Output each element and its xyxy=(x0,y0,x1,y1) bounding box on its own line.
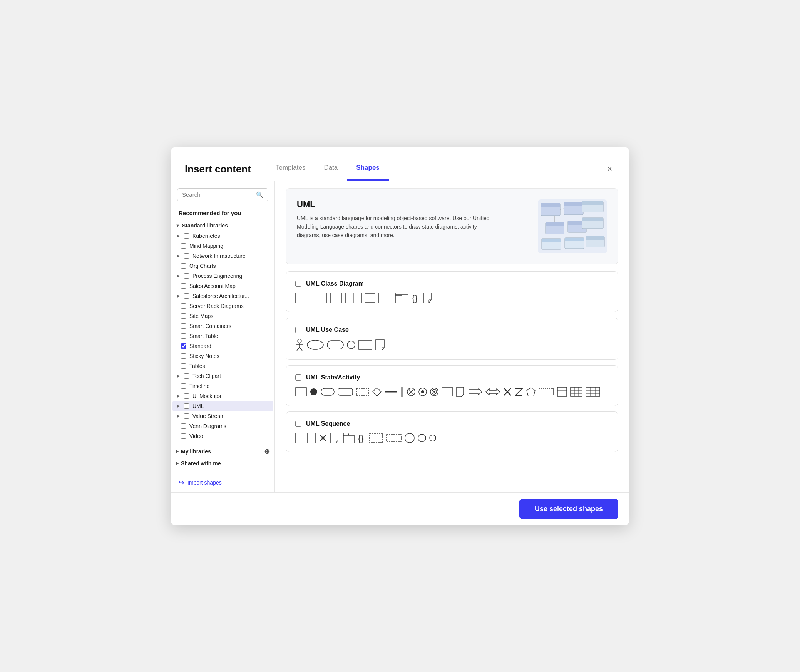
sidebar-item-venn-diagrams[interactable]: Venn Diagrams xyxy=(172,421,273,431)
svg-rect-7 xyxy=(546,222,564,226)
shape-state-pill xyxy=(321,388,335,396)
sidebar-item-uml[interactable]: ▶ UML xyxy=(172,401,273,411)
checkbox-smart-containers[interactable] xyxy=(181,323,186,329)
chevron-down-icon: ▼ xyxy=(176,223,180,228)
checkbox-network-infrastructure[interactable] xyxy=(184,253,189,259)
item-label: Smart Containers xyxy=(189,323,231,329)
tab-bar: Templates Data Shapes xyxy=(266,158,604,181)
insert-content-modal: Insert content Templates Data Shapes × 🔍… xyxy=(171,147,629,525)
svg-rect-78 xyxy=(296,433,307,443)
checkbox-kubernetes[interactable] xyxy=(184,233,189,239)
checkbox-ui-mockups[interactable] xyxy=(184,393,189,399)
sidebar-item-network-infrastructure[interactable]: ▶ Network Infrastructure xyxy=(172,251,273,261)
shape-actor xyxy=(295,339,304,351)
sidebar-item-salesforce[interactable]: ▶ Salesforce Architectur... xyxy=(172,291,273,301)
sidebar-item-server-rack[interactable]: Server Rack Diagrams xyxy=(172,301,273,311)
section-shared-with-me[interactable]: ▶ Shared with me xyxy=(171,458,274,469)
tab-templates[interactable]: Templates xyxy=(266,158,315,181)
checkbox-uml-class-diagram[interactable] xyxy=(295,281,301,287)
add-library-icon[interactable]: ⊕ xyxy=(264,447,270,456)
checkbox-org-charts[interactable] xyxy=(181,263,186,269)
shape-diamond xyxy=(372,387,382,396)
card-uml-use-case: UML Use Case xyxy=(286,318,618,360)
item-label: Org Charts xyxy=(189,263,216,269)
checkbox-site-maps[interactable] xyxy=(181,313,186,319)
checkbox-tables[interactable] xyxy=(181,363,186,369)
svg-rect-17 xyxy=(586,236,604,240)
checkbox-uml-state-activity[interactable] xyxy=(295,374,301,381)
shape-rect-sm xyxy=(365,293,375,303)
shape-target xyxy=(418,388,427,396)
sidebar-item-tech-clipart[interactable]: ▶ Tech Clipart xyxy=(172,371,273,381)
checkbox-venn-diagrams[interactable] xyxy=(181,423,186,429)
sidebar-item-kubernetes[interactable]: ▶ Kubernetes xyxy=(172,231,273,241)
checkbox-process-engineering[interactable] xyxy=(184,273,189,279)
item-label: Sales Account Map xyxy=(189,283,236,289)
checkbox-uml-sequence[interactable] xyxy=(295,421,301,427)
tab-shapes[interactable]: Shapes xyxy=(347,158,388,181)
sidebar-item-tables[interactable]: Tables xyxy=(172,361,273,371)
sidebar-item-mind-mapping[interactable]: Mind Mapping xyxy=(172,241,273,251)
sidebar-item-site-maps[interactable]: Site Maps xyxy=(172,311,273,321)
close-button[interactable]: × xyxy=(604,161,615,177)
shape-rect-split xyxy=(345,293,362,303)
sidebar-item-timeline[interactable]: Timeline xyxy=(172,381,273,391)
section-standard-libraries[interactable]: ▼ Standard libraries xyxy=(171,220,274,231)
checkbox-uml-use-case[interactable] xyxy=(295,327,301,333)
modal-footer: Use selected shapes xyxy=(171,492,629,525)
import-shapes-footer[interactable]: ↪ Import shapes xyxy=(171,473,274,492)
shape-state-rectpill xyxy=(338,388,353,396)
card-uml-use-case-header: UML Use Case xyxy=(295,326,609,333)
sidebar-item-ui-mockups[interactable]: ▶ UI Mockups xyxy=(172,391,273,401)
main-content: UML UML is a standard language for model… xyxy=(275,181,629,492)
uml-hero-description: UML is a standard language for modeling … xyxy=(297,214,497,240)
checkbox-smart-table[interactable] xyxy=(181,333,186,339)
checkbox-value-stream[interactable] xyxy=(184,413,189,419)
item-label: Server Rack Diagrams xyxy=(189,303,244,309)
shape-doc-usecase xyxy=(375,339,386,350)
checkbox-uml[interactable] xyxy=(184,403,189,409)
checkbox-tech-clipart[interactable] xyxy=(184,373,189,379)
svg-rect-21 xyxy=(296,293,311,303)
checkbox-timeline[interactable] xyxy=(181,383,186,389)
uml-hero-card: UML UML is a standard language for model… xyxy=(286,188,618,264)
search-bar[interactable]: 🔍 xyxy=(177,188,268,201)
shape-circle-sm xyxy=(347,341,355,349)
use-selected-shapes-button[interactable]: Use selected shapes xyxy=(519,499,618,519)
checkbox-mind-mapping[interactable] xyxy=(181,243,186,249)
sidebar-item-process-engineering[interactable]: ▶ Process Engineering xyxy=(172,271,273,281)
checkbox-video[interactable] xyxy=(181,433,186,439)
shape-table-md xyxy=(570,387,582,397)
svg-rect-5 xyxy=(582,201,603,205)
checkbox-sales-account-map[interactable] xyxy=(181,283,186,289)
tab-data[interactable]: Data xyxy=(315,158,347,181)
svg-line-37 xyxy=(300,347,302,351)
svg-marker-60 xyxy=(486,389,500,395)
checkbox-standard[interactable] xyxy=(181,343,186,349)
modal-title: Insert content xyxy=(185,163,251,175)
uml-use-case-title: UML Use Case xyxy=(306,326,349,333)
checkbox-salesforce[interactable] xyxy=(184,293,189,299)
sidebar-item-smart-containers[interactable]: Smart Containers xyxy=(172,321,273,331)
shape-ellipse xyxy=(307,340,324,350)
sidebar-item-video[interactable]: Video xyxy=(172,431,273,441)
sidebar-item-sales-account-map[interactable]: Sales Account Map xyxy=(172,281,273,291)
sidebar-item-standard[interactable]: Standard xyxy=(172,341,273,351)
sidebar-item-smart-table[interactable]: Smart Table xyxy=(172,331,273,341)
shapes-row-uml-class: {} xyxy=(295,293,609,303)
checkbox-sticky-notes[interactable] xyxy=(181,353,186,359)
chevron-right-icon: ▶ xyxy=(177,274,180,278)
search-input[interactable] xyxy=(182,191,256,198)
section-my-libraries[interactable]: ▶ My libraries ⊕ xyxy=(171,445,274,458)
item-label: Video xyxy=(189,433,203,439)
sidebar-item-org-charts[interactable]: Org Charts xyxy=(172,261,273,271)
shape-pentagon xyxy=(526,387,536,396)
sidebar-item-sticky-notes[interactable]: Sticky Notes xyxy=(172,351,273,361)
checkbox-server-rack[interactable] xyxy=(181,303,186,309)
item-label: Tech Clipart xyxy=(192,373,221,379)
svg-point-54 xyxy=(421,390,424,393)
shape-state-rect xyxy=(295,387,307,396)
shape-rect-usecase xyxy=(358,340,372,350)
sidebar-item-value-stream[interactable]: ▶ Value Stream xyxy=(172,411,273,421)
svg-rect-42 xyxy=(296,388,306,396)
